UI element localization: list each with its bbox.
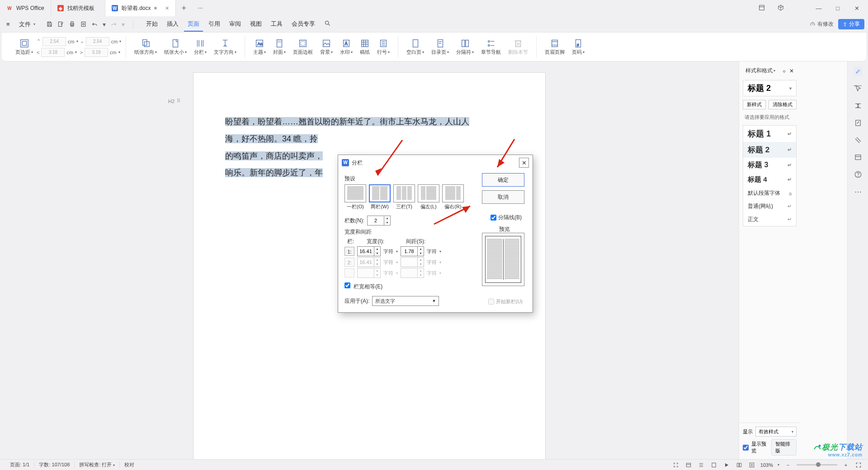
status-play-icon[interactable]: [722, 461, 731, 469]
ruler-tool-icon[interactable]: [854, 136, 863, 145]
tab-wps-home[interactable]: W WPS Office: [0, 0, 51, 16]
file-menu[interactable]: 文件▾: [16, 20, 38, 28]
margin-left-input[interactable]: [41, 48, 65, 57]
zoom-label[interactable]: 103%: [760, 462, 773, 468]
status-layout-icon[interactable]: [684, 461, 693, 469]
ribbon-tab-page[interactable]: 页面: [184, 17, 203, 32]
preset-two[interactable]: 两栏(W): [369, 184, 391, 210]
show-selector[interactable]: 有效样式▾: [755, 427, 797, 437]
style-item-h1[interactable]: 标题 1↵: [743, 126, 796, 142]
tab-menu-button[interactable]: ⋯: [192, 0, 208, 16]
ribbon-tab-view[interactable]: 视图: [246, 17, 265, 32]
style-item-body[interactable]: 正文↵: [743, 213, 796, 226]
zoom-out-button[interactable]: −: [784, 461, 792, 469]
col-count-spinner[interactable]: ▲▼: [367, 216, 391, 226]
export-icon[interactable]: [57, 21, 64, 28]
tab-template[interactable]: ◆ 找稻壳模板: [51, 0, 105, 16]
divider-checkbox[interactable]: [491, 215, 496, 221]
print-preview-icon[interactable]: [80, 21, 87, 28]
link-tool-icon[interactable]: [854, 118, 863, 127]
toc-page-button[interactable]: 目录页▾: [428, 38, 453, 56]
status-grid-icon[interactable]: [672, 461, 680, 469]
text-direction-button[interactable]: 文字方向▾: [210, 38, 240, 56]
paper-size-button[interactable]: 纸张大小▾: [160, 38, 190, 56]
page-border-button[interactable]: 页面边框: [289, 38, 316, 56]
zoom-slider[interactable]: [797, 464, 837, 465]
app-menu-button[interactable]: ≡: [4, 21, 13, 28]
dialog-close-button[interactable]: ✕: [519, 158, 529, 168]
margins-button[interactable]: 页边距▾: [12, 38, 37, 56]
separator-button[interactable]: 分隔符▾: [453, 38, 477, 56]
columns-button[interactable]: 分栏▾: [190, 38, 210, 56]
print-icon[interactable]: [69, 21, 75, 28]
chapter-nav-button[interactable]: 章节导航: [477, 38, 505, 56]
help-tool-icon[interactable]: [854, 170, 863, 179]
show-preview-checkbox[interactable]: [743, 445, 749, 451]
undo-dropdown[interactable]: ▾: [103, 21, 106, 28]
redo-icon[interactable]: [110, 21, 117, 28]
redo-dropdown[interactable]: ▾: [122, 21, 125, 28]
cancel-button[interactable]: 取消: [482, 190, 524, 204]
theme-button[interactable]: Aa主题▾: [250, 38, 269, 56]
reading-mode-icon[interactable]: [756, 4, 768, 13]
collapse-ribbon-icon[interactable]: —: [854, 80, 862, 90]
ribbon-tab-insert[interactable]: 插入: [163, 17, 182, 32]
status-outline-icon[interactable]: [697, 461, 705, 469]
new-style-button[interactable]: 新样式: [743, 100, 766, 109]
page-number-button[interactable]: #页码▾: [568, 38, 588, 56]
current-style-selector[interactable]: 标题 2 ▾: [743, 80, 797, 96]
style-item-normal-web[interactable]: 普通(网站)↵: [743, 200, 796, 213]
margin-bottom-input[interactable]: [86, 37, 109, 46]
ribbon-tab-member[interactable]: 会员专享: [288, 17, 319, 32]
clear-style-button[interactable]: 清除格式: [769, 100, 797, 109]
confirm-button[interactable]: 确定: [482, 173, 524, 187]
header-footer-button[interactable]: 页眉页脚: [541, 38, 568, 56]
ribbon-tab-reference[interactable]: 引用: [205, 17, 224, 32]
ribbon-tab-start[interactable]: 开始: [142, 17, 161, 32]
line-num-button[interactable]: 行号▾: [373, 38, 393, 56]
close-icon[interactable]: ×: [165, 5, 169, 12]
margin-top-input[interactable]: [42, 37, 66, 46]
style-item-h2[interactable]: 标题 2↵: [743, 142, 796, 158]
save-icon[interactable]: [46, 21, 53, 28]
tab-document[interactable]: W 盼望着.docx ×: [105, 0, 176, 16]
add-tab-button[interactable]: +: [176, 0, 192, 16]
fullscreen-icon[interactable]: [854, 461, 863, 469]
style-item-h4[interactable]: 标题 4↵: [743, 173, 796, 187]
smart-format-button[interactable]: 智能排版: [771, 439, 797, 456]
cover-button[interactable]: 封面▾: [269, 38, 289, 56]
paper-button[interactable]: 稿纸: [356, 38, 373, 56]
style-item-default-font[interactable]: 默认段落字体a: [743, 187, 796, 200]
margin-right-input[interactable]: [85, 48, 108, 57]
status-page[interactable]: 页面: 1/1: [5, 461, 34, 468]
status-book-icon[interactable]: [735, 461, 743, 469]
ribbon-tab-review[interactable]: 审阅: [226, 17, 245, 32]
watermark-button[interactable]: A水印▾: [336, 38, 356, 56]
equal-width-checkbox[interactable]: [344, 282, 350, 288]
close-button[interactable]: ✕: [851, 5, 863, 12]
ribbon-tab-tools[interactable]: 工具: [267, 17, 286, 32]
ribbon-search[interactable]: [321, 17, 335, 32]
apply-to-select[interactable]: 所选文字▼: [372, 296, 439, 306]
row1-gap-spinner[interactable]: ▲▼: [401, 246, 424, 256]
heading-level-indicator[interactable]: H2⠿: [168, 98, 180, 104]
more-tool-icon[interactable]: ⋯: [854, 187, 863, 196]
undo-icon[interactable]: [91, 21, 98, 28]
row1-width-spinner[interactable]: ▲▼: [357, 246, 381, 256]
preset-one[interactable]: 一栏(O): [344, 184, 366, 210]
maximize-button[interactable]: □: [832, 5, 844, 12]
cube-icon[interactable]: [775, 4, 787, 13]
share-button[interactable]: ⇪ 分享: [838, 19, 864, 29]
background-button[interactable]: 背景▾: [316, 38, 336, 56]
close-panel-icon[interactable]: ✕: [789, 68, 794, 74]
has-changes-indicator[interactable]: 有修改: [810, 20, 834, 28]
zoom-in-button[interactable]: +: [842, 461, 850, 469]
status-words[interactable]: 字数: 107/108: [34, 461, 75, 468]
status-spell[interactable]: 拼写检查: 打开 ▾: [75, 461, 120, 468]
orientation-button[interactable]: 纸张方向▾: [131, 38, 160, 56]
delete-section-button[interactable]: 删除本节: [505, 38, 532, 56]
spacing-tool-icon[interactable]: [854, 101, 863, 110]
preset-three[interactable]: 三栏(T): [393, 184, 415, 210]
preset-right[interactable]: 偏右(R): [442, 184, 464, 210]
style-item-h3[interactable]: 标题 3↵: [743, 158, 796, 173]
